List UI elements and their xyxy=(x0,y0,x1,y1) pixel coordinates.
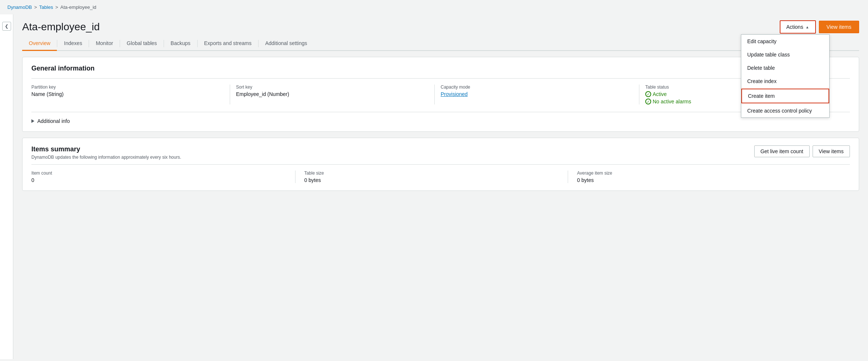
partition-key-value: Name (String) xyxy=(31,91,224,97)
main-layout: ❮ Ata-employee_id Actions ▲ View items E… xyxy=(0,14,868,359)
dropdown-create-access-control[interactable]: Create access control policy xyxy=(741,104,829,117)
breadcrumb-tables[interactable]: Tables xyxy=(39,4,53,10)
additional-info-toggle[interactable]: Additional info xyxy=(31,112,850,124)
breadcrumb: DynamoDB > Tables > Ata-employee_id xyxy=(0,0,868,14)
items-summary-title-block: Items summary DynamoDB updates the follo… xyxy=(31,145,181,160)
actions-label: Actions xyxy=(786,24,803,30)
items-summary-desc: DynamoDB updates the following informati… xyxy=(31,155,181,160)
dropdown-create-index[interactable]: Create index xyxy=(741,75,829,88)
avg-item-size-label: Average item size xyxy=(577,171,832,176)
table-size-cell: Table size 0 bytes xyxy=(304,171,568,183)
sort-key-value: Employee_id (Number) xyxy=(236,91,428,97)
breadcrumb-dynamodb[interactable]: DynamoDB xyxy=(7,4,32,10)
general-info-grid: Partition key Name (String) Sort key Emp… xyxy=(31,78,850,104)
item-count-value: 0 xyxy=(31,177,286,183)
breadcrumb-sep-2: > xyxy=(55,4,58,10)
page-title: Ata-employee_id xyxy=(22,21,100,33)
table-status-value: Active xyxy=(653,91,667,97)
items-summary-grid: Item count 0 Table size 0 bytes Average … xyxy=(31,164,850,183)
table-alarms-value: No active alarms xyxy=(653,99,691,104)
get-live-item-count-button[interactable]: Get live item count xyxy=(754,145,810,157)
actions-arrow-icon: ▲ xyxy=(806,25,809,29)
sidebar-collapse-button[interactable]: ❮ xyxy=(2,22,11,31)
partition-key-cell: Partition key Name (String) xyxy=(31,85,230,104)
tab-global-tables[interactable]: Global tables xyxy=(120,37,164,51)
table-size-value: 0 bytes xyxy=(304,177,559,183)
avg-item-size-cell: Average item size 0 bytes xyxy=(577,171,841,183)
general-info-card: General information Partition key Name (… xyxy=(22,57,859,132)
dropdown-delete-table[interactable]: Delete table xyxy=(741,61,829,75)
tab-exports-streams[interactable]: Exports and streams xyxy=(198,37,258,51)
tab-additional-settings[interactable]: Additional settings xyxy=(259,37,314,51)
tab-indexes[interactable]: Indexes xyxy=(57,37,89,51)
tab-overview[interactable]: Overview xyxy=(22,37,57,51)
view-items-button[interactable]: View items xyxy=(819,21,859,33)
sort-key-cell: Sort key Employee_id (Number) xyxy=(236,85,435,104)
partition-key-label: Partition key xyxy=(31,85,224,90)
general-info-title: General information xyxy=(31,65,850,72)
tabs: Overview Indexes Monitor Global tables B… xyxy=(22,37,859,51)
dropdown-edit-capacity[interactable]: Edit capacity xyxy=(741,35,829,48)
avg-item-size-value: 0 bytes xyxy=(577,177,832,183)
active-status-icon: ✓ xyxy=(645,91,651,97)
dropdown-create-item[interactable]: Create item xyxy=(741,89,829,103)
breadcrumb-sep-1: > xyxy=(34,4,37,10)
items-summary-actions: Get live item count View items xyxy=(754,145,850,157)
capacity-mode-cell: Capacity mode Provisioned xyxy=(441,85,639,104)
alarm-status-icon: ✓ xyxy=(645,99,651,104)
additional-info-expand-icon xyxy=(31,119,34,123)
items-summary-title: Items summary xyxy=(31,145,181,153)
actions-button[interactable]: Actions ▲ xyxy=(780,20,816,34)
table-size-label: Table size xyxy=(304,171,559,176)
dropdown-update-table-class[interactable]: Update table class xyxy=(741,48,829,61)
breadcrumb-current: Ata-employee_id xyxy=(60,4,96,10)
items-summary-card: Items summary DynamoDB updates the follo… xyxy=(22,138,859,191)
content-area: Ata-employee_id Actions ▲ View items Edi… xyxy=(13,14,868,359)
tab-backups[interactable]: Backups xyxy=(164,37,197,51)
sort-key-label: Sort key xyxy=(236,85,428,90)
actions-dropdown: Edit capacity Update table class Delete … xyxy=(741,34,830,118)
capacity-mode-label: Capacity mode xyxy=(441,85,633,90)
header-actions: Actions ▲ View items Edit capacity Updat… xyxy=(780,20,859,34)
items-summary-header: Items summary DynamoDB updates the follo… xyxy=(31,145,850,160)
additional-info-label: Additional info xyxy=(37,118,70,124)
sidebar-toggle[interactable]: ❮ xyxy=(0,14,13,359)
page-header: Ata-employee_id Actions ▲ View items Edi… xyxy=(22,14,859,34)
tab-monitor[interactable]: Monitor xyxy=(89,37,120,51)
item-count-cell: Item count 0 xyxy=(31,171,295,183)
item-count-label: Item count xyxy=(31,171,286,176)
capacity-mode-value[interactable]: Provisioned xyxy=(441,91,633,97)
items-summary-view-items-button[interactable]: View items xyxy=(813,145,850,157)
